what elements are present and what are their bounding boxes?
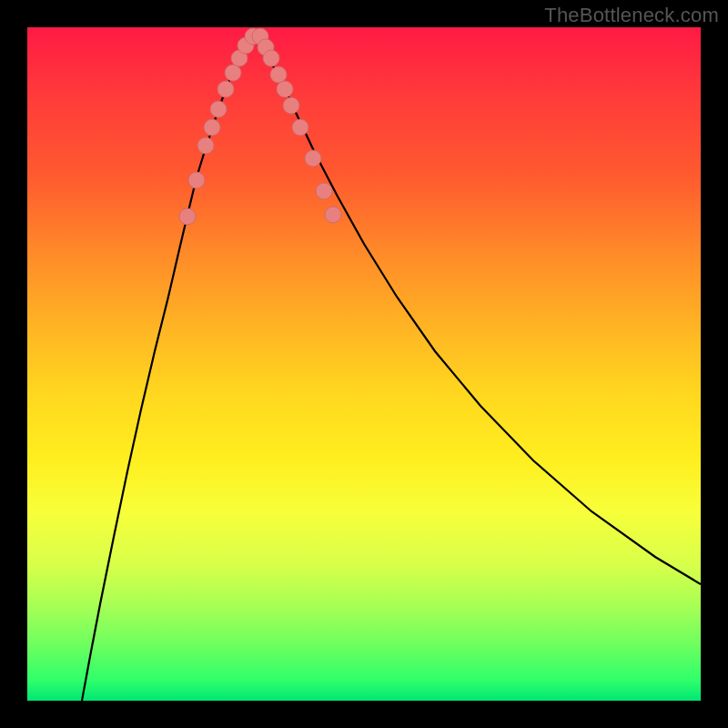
marker-right-8 [316,183,332,199]
marker-right-3 [270,66,287,83]
marker-right-5 [283,97,299,114]
curve-left [82,36,253,701]
marker-right-4 [277,81,293,97]
marker-left-5 [217,81,234,97]
marker-left-0 [179,208,196,225]
marker-right-6 [292,119,308,136]
marker-left-6 [225,65,241,81]
curve-group [82,36,701,701]
marker-left-2 [197,137,214,154]
marker-right-7 [305,150,321,167]
marker-group [179,28,341,225]
marker-left-3 [204,119,220,136]
chart-plot-area [27,27,701,701]
chart-frame: TheBottleneck.com [0,0,728,728]
marker-left-4 [210,101,227,117]
marker-right-9 [325,207,341,223]
marker-right-2 [263,50,279,66]
marker-left-1 [188,172,205,188]
watermark-text: TheBottleneck.com [544,4,719,27]
curve-right [253,36,701,584]
chart-svg [27,27,701,701]
